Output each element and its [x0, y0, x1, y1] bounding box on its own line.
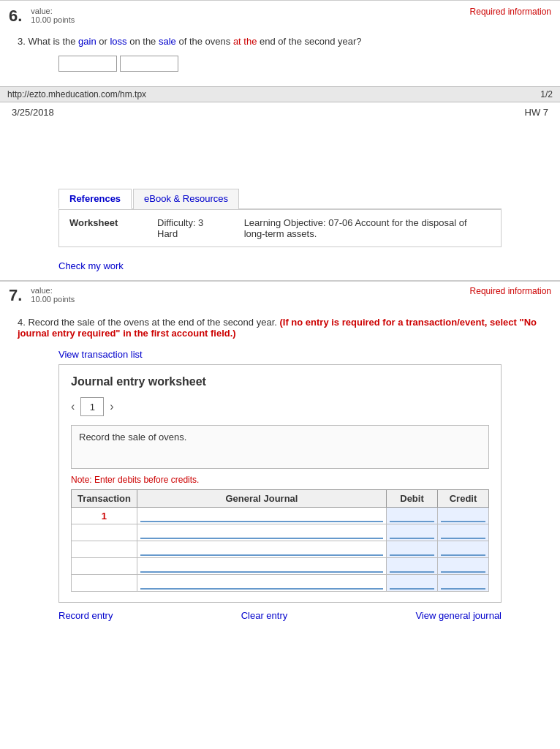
general-input-3[interactable]	[140, 543, 383, 556]
url-text: http://ezto.mheducation.com/hm.tpx	[7, 89, 146, 99]
table-row	[72, 541, 489, 558]
table-row	[72, 575, 489, 592]
debit-input-3[interactable]	[390, 543, 434, 556]
tab-content: Worksheet Difficulty: 3 Hard Learning Ob…	[58, 210, 502, 247]
required-info-link-6[interactable]: Required information	[470, 7, 551, 17]
pagination-row: ‹ 1 ›	[71, 397, 489, 416]
section-7-number: 7.	[9, 286, 22, 305]
th-credit: Credit	[438, 490, 489, 508]
answer-input-area	[58, 56, 560, 72]
question-4-container: 4. Record the sale of the ovens at the e…	[0, 311, 560, 345]
transaction-1: 1	[72, 508, 137, 524]
learning-objective: Learning Objective: 07-06 Account for th…	[244, 217, 491, 239]
debit-input-4[interactable]	[390, 560, 434, 573]
table-row	[72, 524, 489, 541]
general-4[interactable]	[137, 558, 386, 575]
tab-references[interactable]: References	[58, 189, 132, 209]
worksheet-label: Worksheet	[69, 217, 128, 239]
transaction-2	[72, 524, 137, 541]
general-3[interactable]	[137, 541, 386, 558]
date-label: 3/25/2018	[12, 107, 54, 118]
general-input-1[interactable]	[140, 509, 383, 522]
general-input-4[interactable]	[140, 560, 383, 573]
section-7-value-label: value:	[31, 286, 75, 295]
debit-1[interactable]	[387, 508, 438, 524]
hw-label: HW 7	[525, 107, 549, 118]
table-row	[72, 558, 489, 575]
prev-page-button[interactable]: ‹	[71, 400, 75, 413]
credit-4[interactable]	[438, 558, 489, 575]
page-indicator: 1/2	[540, 89, 553, 99]
credit-5[interactable]	[438, 575, 489, 592]
debit-input-5[interactable]	[390, 576, 434, 590]
credit-1[interactable]	[438, 508, 489, 524]
tab-ebook[interactable]: eBook & Resources	[133, 189, 239, 209]
credit-input-1[interactable]	[441, 509, 485, 522]
transaction-4	[72, 558, 137, 575]
th-general-journal: General Journal	[137, 490, 386, 508]
note-text: Note: Enter debits before credits.	[71, 475, 489, 485]
journal-worksheet: Journal entry worksheet ‹ 1 › Record the…	[58, 364, 502, 603]
th-debit: Debit	[387, 490, 438, 508]
section-7-points: 10.00 points	[31, 295, 75, 304]
credit-input-2[interactable]	[441, 526, 485, 539]
difficulty-label: Difficulty: 3 Hard	[157, 217, 215, 239]
clear-entry-link[interactable]: Clear entry	[241, 610, 288, 621]
debit-4[interactable]	[387, 558, 438, 575]
journal-actions: Record entry Clear entry View general jo…	[0, 603, 560, 621]
th-transaction: Transaction	[72, 490, 137, 508]
debit-3[interactable]	[387, 541, 438, 558]
references-area: References eBook & Resources Worksheet D…	[0, 181, 560, 255]
table-row: 1	[72, 508, 489, 524]
section-6: 6. value: 10.00 points Required informat…	[0, 0, 560, 31]
debit-input-1[interactable]	[390, 509, 434, 522]
next-page-button[interactable]: ›	[110, 400, 113, 413]
section-7: 7. value: 10.00 points Required informat…	[0, 280, 560, 311]
section-6-number: 6.	[9, 7, 22, 26]
view-transaction-link[interactable]: View transaction list	[0, 345, 560, 364]
question-3: 3. What is the gain or loss on the sale …	[0, 31, 560, 53]
url-bar: http://ezto.mheducation.com/hm.tpx 1/2	[0, 86, 560, 102]
general-input-5[interactable]	[140, 576, 383, 590]
general-input-2[interactable]	[140, 526, 383, 539]
debit-5[interactable]	[387, 575, 438, 592]
tab-bar: References eBook & Resources	[58, 188, 502, 210]
transaction-5	[72, 575, 137, 592]
section-6-points: 10.00 points	[31, 15, 75, 24]
required-info-link-7[interactable]: Required information	[470, 286, 551, 296]
transaction-3	[72, 541, 137, 558]
page-number: 1	[80, 397, 104, 416]
record-entry-link[interactable]: Record entry	[58, 610, 113, 621]
general-5[interactable]	[137, 575, 386, 592]
worksheet-row: Worksheet Difficulty: 3 Hard Learning Ob…	[69, 217, 491, 239]
question-4-normal: 4. Record the	[18, 317, 77, 328]
debit-2[interactable]	[387, 524, 438, 541]
credit-input-3[interactable]	[441, 543, 485, 556]
answer-input-2[interactable]	[120, 56, 178, 72]
credit-input-5[interactable]	[441, 576, 485, 590]
journal-table: Transaction General Journal Debit Credit…	[71, 489, 489, 592]
journal-title: Journal entry worksheet	[71, 375, 489, 388]
date-hw-bar: 3/25/2018 HW 7	[0, 102, 560, 122]
general-1[interactable]	[137, 508, 386, 524]
credit-2[interactable]	[438, 524, 489, 541]
answer-input-1[interactable]	[58, 56, 117, 72]
section-6-value-label: value:	[31, 7, 75, 15]
general-2[interactable]	[137, 524, 386, 541]
credit-input-4[interactable]	[441, 560, 485, 573]
view-general-journal-link[interactable]: View general journal	[415, 610, 502, 621]
check-my-work-link[interactable]: Check my work	[0, 255, 182, 277]
description-box: Record the sale of ovens.	[71, 425, 489, 469]
credit-3[interactable]	[438, 541, 489, 558]
debit-input-2[interactable]	[390, 526, 434, 539]
